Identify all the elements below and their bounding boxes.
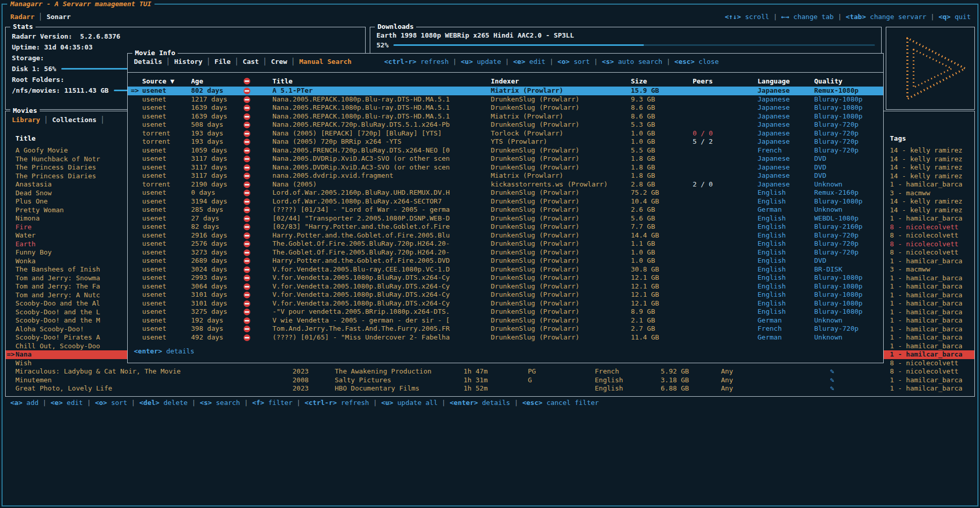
release-size-cell: 2.8 GB — [631, 180, 693, 189]
movie-tags-cell: 8 - nicolecolvett — [886, 240, 974, 249]
tab-cast[interactable]: Cast — [243, 58, 259, 65]
search-result-row[interactable]: usenet3194 daysLord.of.War.2005.1080p.Bl… — [128, 197, 883, 206]
release-age-cell: 2190 days — [191, 180, 243, 189]
tab-library[interactable]: Library — [12, 116, 40, 124]
release-rejection-cell — [243, 223, 272, 231]
release-peers-cell — [693, 206, 758, 214]
search-result-row[interactable]: usenet508 daysNana.2005.REPACK.720p.BluR… — [128, 121, 883, 129]
selection-marker: => — [6, 350, 15, 359]
tab-manual-search[interactable]: Manual Search — [299, 58, 352, 65]
search-result-row[interactable]: usenet3101 daysV.for.Vendetta.2005.1080p… — [128, 299, 883, 308]
search-result-row[interactable]: torrent193 daysNana (2005) 720p BRRip x2… — [128, 138, 883, 146]
search-result-row[interactable]: usenet1639 daysNana.2005.REPACK.1080p.Bl… — [128, 112, 883, 121]
tab-sonarr[interactable]: Sonarr — [46, 13, 71, 21]
release-peers-cell — [693, 146, 758, 155]
search-result-row[interactable]: torrent2190 daysNana (2005)kickasstorren… — [128, 180, 883, 189]
release-age-cell: 3275 days — [191, 308, 243, 316]
release-source-cell: usenet — [142, 104, 191, 112]
search-result-row[interactable]: usenet1059 daysNana.2005.FRENCH.720p.Blu… — [128, 146, 883, 155]
hint-key: <esc> — [675, 58, 695, 65]
hint-key: <esc> — [522, 399, 542, 407]
search-result-row[interactable]: usenet2576 daysThe.Goblet.Of.Fire.2005.B… — [128, 240, 883, 248]
search-result-row[interactable]: torrent193 daysNana (2005) [REPACK] [720… — [128, 129, 883, 138]
release-source-cell: torrent — [142, 138, 191, 146]
selection-marker — [128, 172, 142, 180]
hint-key: <del> — [140, 399, 160, 407]
selection-marker — [128, 282, 142, 291]
search-result-row[interactable]: usenet2689 daysHarry.Potter.and.the.Gobl… — [128, 257, 883, 265]
search-result-row[interactable]: usenet3101 daysV.for.Vendetta.2005.1080p… — [128, 291, 883, 299]
hint-action: quit — [955, 13, 971, 21]
search-result-row[interactable]: =>usenet802 daysA 5.1-PTerMiatrix (Prowl… — [128, 87, 883, 95]
selection-marker — [128, 197, 142, 206]
search-result-row[interactable]: usenet0 daysLord.of.War.2005.2160p.BluRa… — [128, 189, 883, 197]
search-result-row[interactable]: usenet398 daysTom.And.Jerry.The.Fast.And… — [128, 325, 883, 333]
search-result-row[interactable]: usenet192 daysV wie Vendetta - 2005 - ge… — [128, 316, 883, 325]
release-language-cell: Japanese — [758, 172, 814, 180]
release-age-cell: 192 days — [191, 316, 243, 325]
release-quality-cell: Bluray-720p — [814, 146, 883, 155]
search-result-row[interactable]: usenet3117 daysnana.2005.dvdrip.xvid.fra… — [128, 172, 883, 180]
selection-marker — [6, 376, 15, 385]
movie-language-cell: English — [595, 384, 661, 393]
release-peers-cell — [693, 274, 758, 282]
rejection-icon — [244, 164, 250, 171]
movie-row[interactable]: Great Photo, Lovely Life2023HBO Document… — [6, 384, 974, 393]
rejection-icon — [244, 139, 250, 145]
search-result-row[interactable]: usenet492 days(????) [01/65] - "Miss Und… — [128, 333, 883, 342]
release-size-cell: 11.4 GB — [631, 333, 693, 342]
movie-row[interactable]: Minutemen2008Salty Pictures1h 31mGEnglis… — [6, 376, 974, 385]
search-result-row[interactable]: usenet1217 daysNana.2005.REPACK.1080p.Bl… — [128, 95, 883, 104]
release-quality-cell: WEBDL-1080p — [814, 214, 883, 223]
movie-runtime-cell: 1h 31m — [463, 376, 528, 385]
search-result-row[interactable]: usenet27 days[02/44] "Transporter 2.2005… — [128, 214, 883, 223]
release-title-cell: The.Goblet.Of.Fire.2005.BluRay.720p.H264… — [272, 248, 491, 257]
release-source-cell: usenet — [142, 274, 191, 282]
search-result-row[interactable]: usenet2916 daysHarry.Potter.and.the.Gobl… — [128, 231, 883, 240]
search-result-row[interactable]: usenet285 days(????) [01/34] - "Lord of … — [128, 206, 883, 214]
release-title-cell: V.for.Vendetta.2005.1080p.BluRay.DTS.x26… — [272, 282, 491, 291]
search-result-row[interactable]: usenet3064 daysV.for.Vendetta.2005.1080p… — [128, 282, 883, 291]
release-language-cell: English — [758, 214, 814, 223]
release-indexer-cell: Miatrix (Prowlarr) — [491, 112, 631, 121]
release-title-cell: Nana.2005.REPACK.1080p.Blu-ray.DTS-HD.MA… — [272, 104, 491, 112]
tab-collections[interactable]: Collections — [52, 116, 96, 124]
release-quality-cell: Bluray-1080p — [814, 308, 883, 316]
release-language-cell: Japanese — [758, 180, 814, 189]
stats-panel-title: Stats — [10, 23, 36, 30]
tab-radarr[interactable]: Radarr — [10, 13, 35, 21]
selection-marker — [128, 231, 142, 240]
release-age-cell: 82 days — [191, 223, 243, 231]
search-result-row[interactable]: usenet3024 daysV.for.Vendetta.2005.Blu-r… — [128, 265, 883, 274]
search-result-row[interactable]: usenet3117 daysNana.2005.DVDRip.XviD.AC3… — [128, 155, 883, 163]
hint-key: <↑↓> — [725, 13, 741, 21]
search-result-row[interactable]: usenet2993 daysV.for.Vendetta.2005.1080p… — [128, 274, 883, 282]
search-result-row[interactable]: usenet3117 daysNana.2005.DVDRip.XviD.AC3… — [128, 163, 883, 172]
tab-file[interactable]: File — [215, 58, 231, 65]
search-result-row[interactable]: usenet82 days[02/83] "Harry.Potter.and.t… — [128, 223, 883, 231]
movie-tags-cell: 1 - hamilcar_barca — [886, 376, 974, 385]
selection-marker — [128, 248, 142, 257]
hint-action: change tab — [794, 13, 834, 21]
selection-marker — [128, 129, 142, 138]
release-indexer-cell: DrunkenSlug (Prowlarr) — [491, 104, 631, 112]
tab-crew[interactable]: Crew — [271, 58, 287, 65]
tab-history[interactable]: History — [174, 58, 202, 65]
movie-quality-profile-cell: Any — [721, 376, 829, 385]
tab-details[interactable]: Details — [134, 58, 162, 65]
release-title-cell: [02/83] "Harry.Potter.and.the.Goblet.of.… — [272, 223, 491, 231]
release-title-cell: Harry.Potter.and.the.Goblet.of.Fire.2005… — [272, 231, 491, 240]
search-result-row[interactable]: usenet3273 daysThe.Goblet.Of.Fire.2005.B… — [128, 248, 883, 257]
hint-action: change servarr — [870, 13, 926, 21]
movie-row[interactable]: Miraculous: Ladybug & Cat Noir, The Movi… — [6, 367, 974, 376]
release-title-cell: V.for.Vendetta.2005.1080p.BluRay.DTS.x26… — [272, 299, 491, 308]
release-age-cell: 0 days — [191, 189, 243, 197]
search-result-row[interactable]: usenet3275 days-"V pour vendetta.2005.BR… — [128, 308, 883, 316]
movie-title-cell: Minutemen — [15, 376, 293, 385]
release-indexer-cell: Miatrix (Prowlarr) — [491, 172, 631, 180]
hint-separator: | — [769, 13, 781, 21]
hint-separator: | — [834, 13, 846, 21]
hint-separator: | — [926, 13, 938, 21]
search-result-row[interactable]: usenet1639 daysNana.2005.REPACK.1080p.Bl… — [128, 104, 883, 112]
release-title-cell: nana.2005.dvdrip.xvid.fragment — [272, 172, 491, 180]
